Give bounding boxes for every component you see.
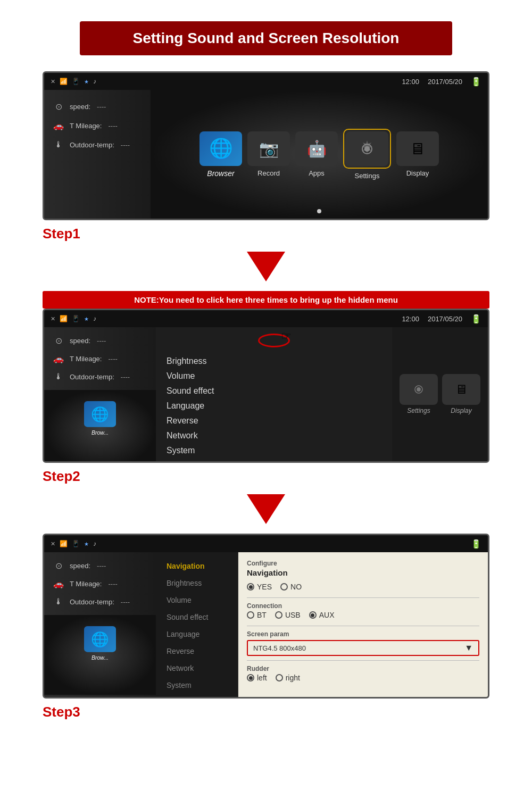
s2-car-icon: 🚗	[53, 353, 64, 364]
menu-network[interactable]: Network	[167, 428, 381, 443]
s2-mileage-label: T Mileage:	[70, 355, 102, 363]
screen2-right-panel: Settings 🖥 Display	[392, 327, 488, 461]
screen2-body: ⊙ speed: ---- 🚗 T Mileage: ---- 🌡 Outdoo…	[44, 327, 488, 461]
nav-yes-option[interactable]: YES	[247, 583, 272, 591]
rudder-left-radio[interactable]	[247, 674, 254, 681]
arrow1	[11, 252, 521, 281]
s3-browser-label: Brow...	[92, 654, 109, 661]
conn-bt-option[interactable]: BT	[247, 611, 267, 619]
s2-mileage-row: 🚗 T Mileage: ----	[53, 353, 147, 364]
menu-reverse[interactable]: Reverse	[167, 413, 381, 428]
nav-menu-navigation[interactable]: Navigation	[156, 558, 238, 575]
s2-temp-row: 🌡 Outdoor-temp: ----	[53, 371, 147, 383]
record-icon-img: 📷	[247, 131, 290, 166]
menu-sound-effect[interactable]: Sound effect	[167, 384, 381, 398]
screen2: ✕ 📶 📱 ★ ♪ 12:00 2017/05/20 🔋 ⊙ speed: --…	[43, 309, 489, 463]
screen3-topbar: ✕ 📶 📱 ★ ♪ 🔋	[44, 535, 488, 552]
s3-browser-app[interactable]: 🌐 Brow...	[84, 626, 116, 661]
menu-language[interactable]: Language	[167, 398, 381, 413]
settings-app[interactable]: Settings	[343, 129, 391, 180]
step1-label: Step1	[43, 226, 521, 242]
conn-aux-radio[interactable]	[309, 611, 317, 619]
rudder-left-option[interactable]: left	[247, 674, 267, 682]
s3-speed-label: speed:	[70, 562, 90, 570]
date-display: 2017/05/20	[428, 78, 462, 86]
conn-bt-radio[interactable]	[247, 611, 254, 619]
s2-speed-label: speed:	[70, 337, 90, 345]
display-app[interactable]: 🖥 Display	[396, 131, 439, 177]
arrow-down-icon2	[247, 494, 285, 524]
arrow2	[11, 494, 521, 524]
nav-no-radio[interactable]	[280, 583, 288, 591]
conn-usb-radio[interactable]	[275, 611, 282, 619]
oval-highlight-container: ☞	[156, 327, 392, 351]
s3-mileage-value: ----	[108, 580, 117, 588]
display-icon-img: 🖥	[396, 131, 439, 166]
temp-row: 🌡 Outdoor-temp: ----	[53, 139, 142, 151]
page-dot	[317, 209, 321, 213]
rudder-title: Rudder	[247, 665, 479, 672]
s3-topbar-right: 🔋	[471, 539, 481, 549]
navigation-radio-group: YES NO	[247, 583, 479, 591]
settings-menu-list: Brightness Volume Sound effect Language …	[156, 351, 392, 463]
s3-phone-icon: 📱	[72, 540, 80, 547]
nav-menu-brightness[interactable]: Brightness	[156, 575, 238, 592]
nav-menu-volume[interactable]: Volume	[156, 592, 238, 609]
nav-no-option[interactable]: NO	[280, 583, 302, 591]
car-icon: 🚗	[53, 120, 64, 131]
screen-param-box[interactable]: NTG4.5 800x480 ▼	[247, 640, 479, 656]
s2-temp-label: Outdoor-temp:	[70, 373, 114, 381]
s2-display-icon-img: 🖥	[442, 374, 480, 405]
s2-close-icon: ✕	[51, 315, 55, 322]
rudder-right-radio[interactable]	[276, 674, 283, 681]
browser-app[interactable]: 🌐 Browser	[200, 131, 242, 178]
screen1-body: ⊙ speed: ---- 🚗 T Mileage: ---- 🌡 Outdoo…	[44, 90, 488, 219]
menu-system[interactable]: System	[167, 443, 381, 458]
screen1: ✕ 📶 📱 ★ ♪ 12:00 2017/05/20 🔋 ⊙ speed: --…	[43, 71, 489, 220]
settings-label: Settings	[355, 172, 380, 180]
conn-usb-label: USB	[285, 611, 301, 619]
screen2-topbar: ✕ 📶 📱 ★ ♪ 12:00 2017/05/20 🔋	[44, 310, 488, 327]
menu-brightness[interactable]: Brightness	[167, 354, 381, 369]
temp-label: Outdoor-temp:	[70, 141, 114, 149]
apps-icon-img: 🤖	[295, 131, 338, 166]
s2-display-app[interactable]: 🖥 Display	[442, 374, 480, 414]
rudder-right-option[interactable]: right	[276, 674, 300, 682]
nav-menu-system[interactable]: System	[156, 677, 238, 694]
speed-row: ⊙ speed: ----	[53, 101, 142, 112]
dropdown-arrow-icon[interactable]: ▼	[464, 643, 473, 653]
nav-menu-sound-effect[interactable]: Sound effect	[156, 609, 238, 626]
conn-aux-label: AUX	[319, 611, 335, 619]
apps-label: Apps	[309, 169, 325, 177]
menu-volume[interactable]: Volume	[167, 369, 381, 384]
app-grid: 🌐 Browser 📷 Record 🤖 Apps	[151, 90, 488, 219]
menu-version[interactable]: Version	[167, 458, 381, 463]
nav-menu-reverse[interactable]: Reverse	[156, 643, 238, 660]
nav-yes-radio[interactable]	[247, 583, 254, 591]
screen3-body: ⊙ speed: ---- 🚗 T Mileage: ---- 🌡 Outdoo…	[44, 552, 488, 697]
s2-battery-icon: 🔋	[471, 314, 481, 324]
nav-menu-language[interactable]: Language	[156, 626, 238, 643]
s2-settings-app[interactable]: Settings	[400, 374, 438, 414]
screen3-info: ⊙ speed: ---- 🚗 T Mileage: ---- 🌡 Outdoo…	[44, 552, 156, 615]
connection-radio-group: BT USB AUX	[247, 611, 479, 619]
record-app[interactable]: 📷 Record	[247, 131, 290, 177]
s3-temp-label: Outdoor-temp:	[70, 598, 114, 606]
wifi-icon: 📶	[60, 78, 68, 85]
s2-bt-icon: ★	[84, 316, 89, 322]
s3-temp-icon: 🌡	[53, 596, 64, 608]
nav-no-label: NO	[290, 583, 302, 591]
rudder-radio-group: left right	[247, 674, 479, 682]
s2-music-icon: ♪	[93, 315, 96, 322]
s2-browser-app[interactable]: 🌐 Brow...	[84, 401, 116, 436]
conn-aux-option[interactable]: AUX	[309, 611, 335, 619]
screen2-menu-panel: ☞ Brightness Volume Sound effect Languag…	[156, 327, 392, 461]
nav-menu-network[interactable]: Network	[156, 660, 238, 677]
browser-label: Browser	[207, 169, 234, 178]
s2-settings-label: Settings	[407, 407, 430, 414]
apps-app[interactable]: 🤖 Apps	[295, 131, 338, 177]
s3-mileage-row: 🚗 T Mileage: ----	[53, 578, 147, 589]
screen2-left-panel: ⊙ speed: ---- 🚗 T Mileage: ---- 🌡 Outdoo…	[44, 327, 156, 461]
conn-usb-option[interactable]: USB	[275, 611, 301, 619]
s2-temp-value: ----	[121, 373, 130, 381]
